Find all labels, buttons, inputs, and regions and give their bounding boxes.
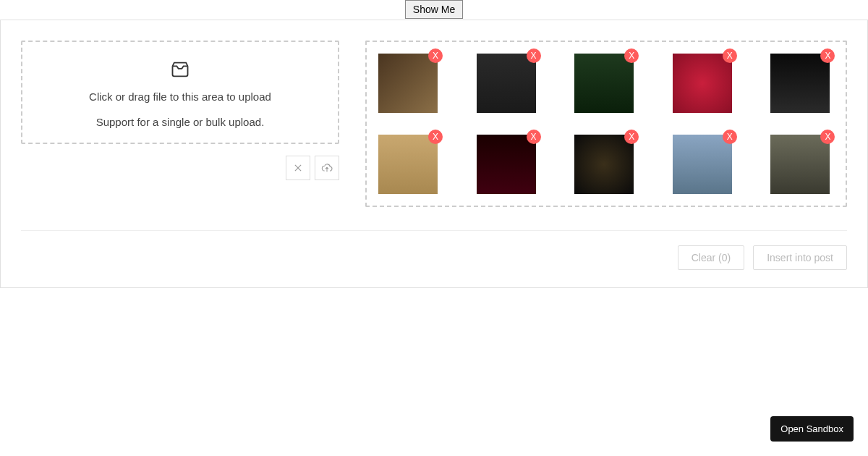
show-me-button[interactable]: Show Me [405, 0, 463, 19]
dropzone-subtitle: Support for a single or bulk upload. [31, 116, 329, 128]
close-icon [293, 163, 303, 173]
thumb-diver-dark[interactable]: X [770, 54, 830, 113]
thumb-image [574, 54, 634, 113]
thumb-clothespins[interactable]: X [378, 135, 438, 194]
remove-thumb-button[interactable]: X [723, 130, 737, 144]
panels: Click or drag file to this area to uploa… [21, 41, 847, 207]
open-sandbox-button[interactable]: Open Sandbox [770, 416, 854, 442]
thumb-eiffel-tower[interactable]: X [378, 54, 438, 113]
thumb-image [770, 135, 830, 194]
thumb-image [574, 135, 634, 194]
clear-button[interactable]: Clear (0) [678, 245, 744, 270]
dropzone[interactable]: Click or drag file to this area to uploa… [21, 41, 339, 144]
thumb-strawberries[interactable]: X [673, 54, 732, 113]
thumb-red-velvet[interactable]: X [477, 135, 536, 194]
thumb-waterfall[interactable]: X [574, 54, 634, 113]
footer-actions: Clear (0) Insert into post [21, 245, 847, 270]
remove-thumb-button[interactable]: X [527, 130, 541, 144]
thumb-image [477, 54, 536, 113]
thumb-image [378, 54, 438, 113]
thumb-image [477, 135, 536, 194]
remove-thumb-button[interactable]: X [527, 48, 541, 63]
upload-button[interactable] [315, 156, 339, 180]
thumb-image [673, 54, 732, 113]
remove-thumb-button[interactable]: X [428, 130, 443, 144]
remove-thumb-button[interactable]: X [428, 48, 443, 63]
right-panel: XXXXXXXXXX [365, 41, 847, 207]
thumb-city-skyline[interactable]: X [673, 135, 732, 194]
remove-thumb-button[interactable]: X [820, 48, 835, 63]
dropzone-title: Click or drag file to this area to uploa… [31, 90, 329, 103]
remove-thumb-button[interactable]: X [624, 130, 639, 144]
thumb-image [673, 135, 732, 194]
thumb-food-truck[interactable]: X [477, 54, 536, 113]
thumb-image [770, 54, 830, 113]
cloud-upload-icon [321, 162, 333, 174]
thumb-image [378, 135, 438, 194]
upload-modal: Click or drag file to this area to uploa… [0, 20, 868, 288]
thumb-wolf[interactable]: X [770, 135, 830, 194]
insert-into-post-button[interactable]: Insert into post [753, 245, 847, 270]
gallery-dropzone[interactable]: XXXXXXXXXX [365, 41, 847, 207]
upload-actions [21, 156, 339, 180]
remove-thumb-button[interactable]: X [723, 48, 737, 63]
left-panel: Click or drag file to this area to uploa… [21, 41, 339, 207]
divider [21, 230, 847, 231]
remove-thumb-button[interactable]: X [820, 130, 835, 144]
inbox-icon [170, 59, 190, 80]
remove-thumb-button[interactable]: X [624, 48, 639, 63]
thumb-bokeh-lights[interactable]: X [574, 135, 634, 194]
gallery-grid: XXXXXXXXXX [378, 54, 834, 194]
clear-upload-button[interactable] [286, 156, 310, 180]
